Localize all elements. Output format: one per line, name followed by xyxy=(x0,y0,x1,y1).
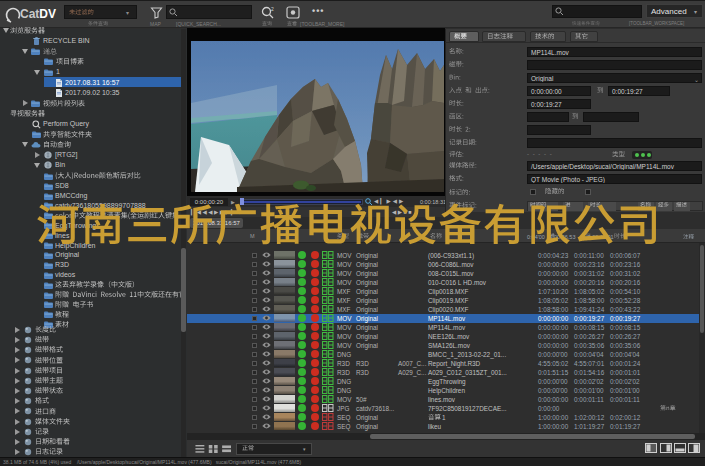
svg-text:2: 2 xyxy=(271,6,274,12)
